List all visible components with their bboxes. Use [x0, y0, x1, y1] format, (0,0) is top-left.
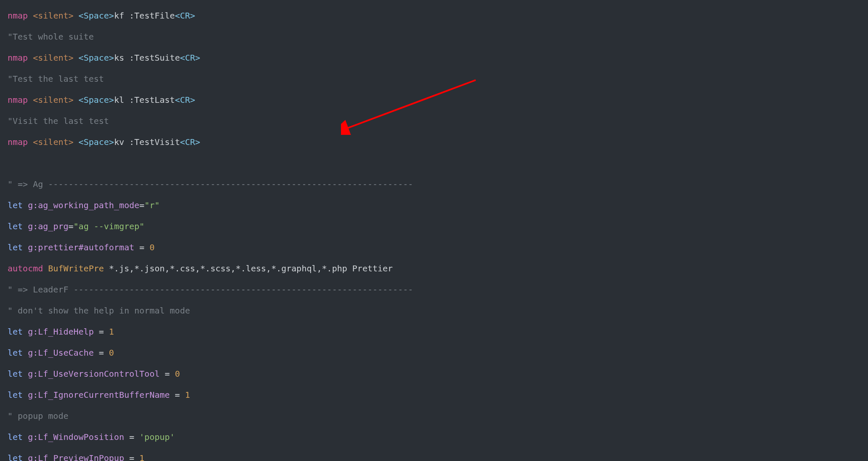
- code-comment: "Test whole suite: [8, 32, 860, 42]
- code-line: let g:ag_prg="ag --vimgrep": [8, 221, 860, 232]
- code-line: let g:Lf_UseCache = 0: [8, 348, 860, 358]
- string-literal: "r": [144, 200, 160, 210]
- blank-line: [8, 158, 860, 169]
- tag-silent: <silent>: [33, 11, 73, 21]
- code-line: let g:Lf_HideHelp = 1: [8, 327, 860, 337]
- code-line: let g:Lf_WindowPosition = 'popup': [8, 432, 860, 442]
- section-header-ag: " => Ag --------------------------------…: [8, 179, 860, 190]
- keyword-autocmd: autocmd: [8, 263, 48, 273]
- code-comment: " don't show the help in normal mode: [8, 306, 860, 316]
- event-name: BufWritePre: [48, 263, 109, 273]
- code-line: let g:prettier#autoformat = 0: [8, 242, 860, 253]
- code-comment: " popup mode: [8, 411, 860, 421]
- code-line: let g:Lf_PreviewInPopup = 1: [8, 453, 860, 461]
- code-line: nmap <silent> <Space>ks :TestSuite<CR>: [8, 53, 860, 63]
- code-line: let g:Lf_IgnoreCurrentBufferName = 1: [8, 390, 860, 400]
- code-line: nmap <silent> <Space>kf :TestFile<CR>: [8, 11, 860, 21]
- code-line: nmap <silent> <Space>kl :TestLast<CR>: [8, 95, 860, 105]
- code-line: autocmd BufWritePre *.js,*.json,*.css,*.…: [8, 263, 860, 274]
- variable: g:ag_working_path_mode: [28, 200, 139, 210]
- code-line: let g:ag_working_path_mode="r": [8, 200, 860, 211]
- code-line: nmap <silent> <Space>kv :TestVisit<CR>: [8, 137, 860, 147]
- keyword-nmap: nmap: [8, 11, 33, 21]
- section-header-leaderf: " => LeaderF ---------------------------…: [8, 284, 860, 295]
- number-literal: 0: [149, 242, 154, 252]
- tag-cr: <CR>: [175, 11, 195, 21]
- code-line: let g:Lf_UseVersionControlTool = 0: [8, 369, 860, 379]
- code-comment: "Test the last test: [8, 74, 860, 84]
- tag-space: <Space>: [79, 11, 114, 21]
- code-comment: "Visit the last test: [8, 116, 860, 126]
- keyword-let: let: [8, 200, 28, 210]
- code-editor[interactable]: nmap <silent> <Space>kf :TestFile<CR> "T…: [0, 0, 868, 461]
